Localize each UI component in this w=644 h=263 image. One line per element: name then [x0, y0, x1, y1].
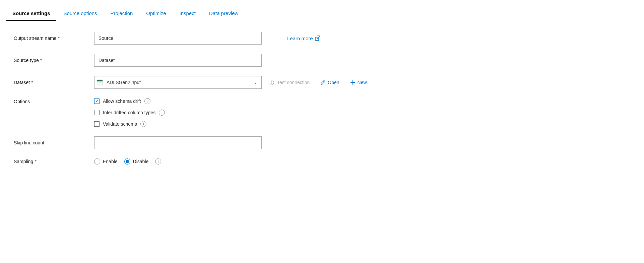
learn-more-link[interactable]: Learn more — [287, 36, 320, 41]
checkbox-allow-schema-drift[interactable] — [94, 98, 100, 104]
source-type-row: Source type * Dataset Inline ⌄ — [14, 54, 630, 67]
allow-schema-drift-label: Allow schema drift — [103, 98, 141, 104]
output-stream-name-label: Output stream name * — [14, 36, 94, 41]
dataset-select-wrapper: ADLSGen2Input ⌄ — [94, 76, 262, 89]
skip-line-count-control-area — [94, 136, 630, 149]
pencil-icon — [320, 80, 326, 85]
info-icon-allow-schema-drift[interactable]: i — [144, 98, 150, 104]
tab-optimize[interactable]: Optimize — [140, 10, 172, 21]
checkbox-validate-schema[interactable] — [94, 121, 100, 127]
tab-inspect[interactable]: Inspect — [174, 10, 202, 21]
tab-projection[interactable]: Projection — [105, 10, 139, 21]
external-link-icon — [315, 36, 320, 41]
sampling-radio-group: Enable Disable i — [94, 158, 161, 165]
plus-icon — [350, 80, 356, 85]
sampling-row: Sampling * Enable Disable i — [14, 158, 630, 165]
sampling-disable-label: Disable — [133, 159, 149, 164]
tab-data-preview[interactable]: Data preview — [203, 10, 245, 21]
source-type-select[interactable]: Dataset Inline — [94, 54, 262, 67]
option-allow-schema-drift: Allow schema drift i — [94, 98, 165, 104]
source-type-control-area: Dataset Inline ⌄ — [94, 54, 630, 67]
info-icon-infer-drifted[interactable]: i — [159, 110, 165, 116]
validate-schema-label: Validate schema — [103, 121, 137, 127]
source-type-select-wrapper: Dataset Inline ⌄ — [94, 54, 262, 67]
dataset-sheet-icon — [94, 79, 105, 86]
options-label: Options — [14, 98, 94, 104]
required-star-sampling: * — [35, 159, 36, 164]
option-infer-drifted: Infer drifted column types i — [94, 110, 165, 116]
dataset-select[interactable]: ADLSGen2Input — [105, 76, 261, 88]
output-stream-name-row: Output stream name * Learn more — [14, 32, 630, 45]
sampling-disable-option[interactable]: Disable — [124, 158, 149, 165]
sampling-enable-option[interactable]: Enable — [94, 158, 118, 165]
dataset-row: Dataset * — [14, 76, 630, 89]
svg-rect-3 — [97, 80, 103, 81]
options-row: Options Allow schema drift i Infer drift… — [14, 98, 630, 127]
output-stream-name-input[interactable] — [94, 32, 262, 45]
sampling-label: Sampling * — [14, 159, 94, 164]
required-star-dataset: * — [31, 80, 33, 85]
new-button[interactable]: New — [347, 78, 370, 86]
main-container: Source settings Source options Projectio… — [0, 0, 644, 263]
skip-line-count-input[interactable] — [94, 136, 262, 149]
test-connection-button[interactable]: Test connection — [267, 78, 312, 86]
option-validate-schema: Validate schema i — [94, 121, 165, 127]
infer-drifted-label: Infer drifted column types — [103, 110, 155, 115]
tab-source-options[interactable]: Source options — [58, 10, 103, 21]
options-controls: Allow schema drift i Infer drifted colum… — [94, 98, 165, 127]
radio-enable[interactable] — [94, 158, 100, 165]
required-star-stream: * — [58, 36, 60, 41]
required-star-source-type: * — [40, 58, 42, 63]
dataset-label: Dataset * — [14, 80, 94, 85]
info-icon-sampling[interactable]: i — [155, 158, 161, 165]
tab-source-settings[interactable]: Source settings — [6, 10, 56, 21]
link-icon — [270, 80, 275, 85]
checkbox-infer-drifted[interactable] — [94, 110, 100, 115]
sampling-enable-label: Enable — [103, 159, 118, 164]
form-content: Output stream name * Learn more Source t… — [0, 21, 644, 185]
skip-line-count-row: Skip line count — [14, 136, 630, 149]
sampling-control-area: Enable Disable i — [94, 158, 630, 165]
radio-disable[interactable] — [124, 158, 130, 165]
skip-line-count-label: Skip line count — [14, 140, 94, 145]
open-button[interactable]: Open — [318, 78, 342, 86]
info-icon-validate-schema[interactable]: i — [140, 121, 146, 127]
tab-bar: Source settings Source options Projectio… — [0, 0, 644, 21]
output-stream-name-control-area: Learn more — [94, 32, 630, 45]
source-type-label: Source type * — [14, 58, 94, 63]
dataset-control-area: ADLSGen2Input ⌄ Test connection — [94, 76, 630, 89]
